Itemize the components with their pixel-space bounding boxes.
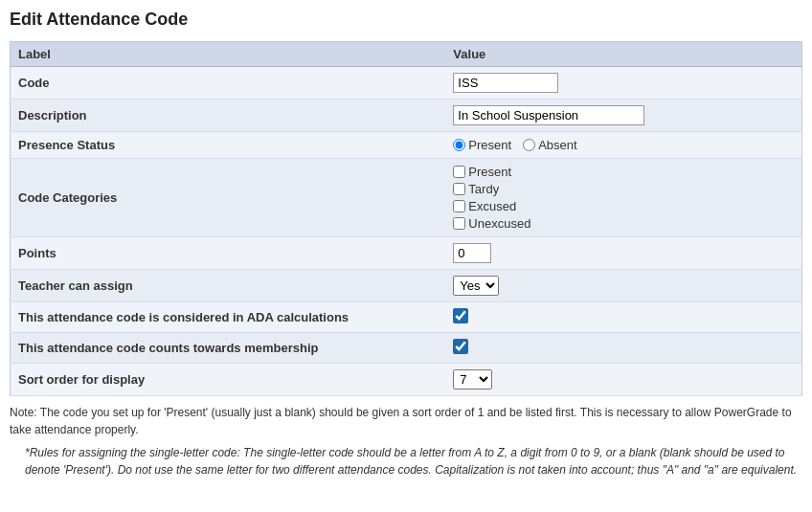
sort-order-select[interactable]: 1 2 3 4 5 6 7 8 9 10 <box>453 369 492 390</box>
table-row: Teacher can assign Yes No <box>11 270 802 302</box>
unexcused-checkbox[interactable] <box>453 217 465 230</box>
absent-radio[interactable] <box>523 139 535 151</box>
excused-checkbox-text: Excused <box>468 199 516 213</box>
present-checkbox[interactable] <box>453 166 465 178</box>
table-row: This attendance code counts towards memb… <box>11 333 802 364</box>
present-checkbox-label[interactable]: Present <box>453 165 794 179</box>
tardy-checkbox-label[interactable]: Tardy <box>453 182 794 196</box>
code-categories-value-cell: Present Tardy Excused Unexcused <box>445 159 801 237</box>
teacher-assign-value-cell: Yes No <box>445 270 801 302</box>
tardy-checkbox[interactable] <box>453 183 465 195</box>
membership-checkbox[interactable] <box>453 339 468 354</box>
membership-label: This attendance code counts towards memb… <box>11 333 446 364</box>
description-value-cell <box>445 100 801 132</box>
code-value-cell <box>445 67 801 100</box>
code-input[interactable] <box>453 73 558 93</box>
teacher-assign-label: Teacher can assign <box>11 270 446 302</box>
present-radio[interactable] <box>453 139 465 151</box>
present-checkbox-text: Present <box>468 165 511 179</box>
table-header-row: Label Value <box>11 42 802 67</box>
ada-checkbox[interactable] <box>453 308 468 323</box>
presence-status-radio-group: Present Absent <box>453 138 794 152</box>
excused-checkbox[interactable] <box>453 200 465 212</box>
ada-label: This attendance code is considered in AD… <box>11 302 446 333</box>
membership-value-cell <box>445 333 801 364</box>
notes-section: Note: The code you set up for 'Present' … <box>10 404 802 479</box>
attendance-form-table: Label Value Code Description Presence St… <box>10 41 802 396</box>
points-input[interactable] <box>453 243 491 263</box>
note1-text: Note: The code you set up for 'Present' … <box>10 404 802 438</box>
table-row: This attendance code is considered in AD… <box>11 302 802 333</box>
note2-text: *Rules for assigning the single-letter c… <box>25 444 802 479</box>
table-row: Code <box>11 67 802 100</box>
points-value-cell <box>445 237 801 270</box>
table-row: Code Categories Present Tardy Excused <box>11 159 802 237</box>
absent-radio-label[interactable]: Absent <box>523 138 576 152</box>
points-label: Points <box>11 237 446 270</box>
sort-order-value-cell: 1 2 3 4 5 6 7 8 9 10 <box>445 364 801 396</box>
present-radio-text: Present <box>468 138 511 152</box>
tardy-checkbox-text: Tardy <box>468 182 499 196</box>
teacher-assign-select[interactable]: Yes No <box>453 276 499 296</box>
table-row: Presence Status Present Absent <box>11 132 802 159</box>
table-row: Description <box>11 100 802 132</box>
code-label: Code <box>11 67 446 100</box>
page-title: Edit Attendance Code <box>10 10 802 30</box>
description-input[interactable] <box>453 105 644 125</box>
code-categories-checkbox-group: Present Tardy Excused Unexcused <box>453 165 794 231</box>
excused-checkbox-label[interactable]: Excused <box>453 199 794 213</box>
header-value: Value <box>445 42 801 67</box>
table-row: Sort order for display 1 2 3 4 5 6 7 8 9… <box>11 364 802 396</box>
sort-order-label: Sort order for display <box>11 364 446 396</box>
presence-radio-label[interactable]: Present <box>453 138 511 152</box>
description-label: Description <box>11 100 446 132</box>
ada-value-cell <box>445 302 801 333</box>
header-label: Label <box>11 42 446 67</box>
unexcused-checkbox-text: Unexcused <box>468 216 530 231</box>
code-categories-label: Code Categories <box>11 159 446 237</box>
presence-status-value-cell: Present Absent <box>445 132 801 159</box>
presence-status-label: Presence Status <box>11 132 446 159</box>
absent-radio-text: Absent <box>538 138 576 152</box>
table-row: Points <box>11 237 802 270</box>
unexcused-checkbox-label[interactable]: Unexcused <box>453 216 794 231</box>
